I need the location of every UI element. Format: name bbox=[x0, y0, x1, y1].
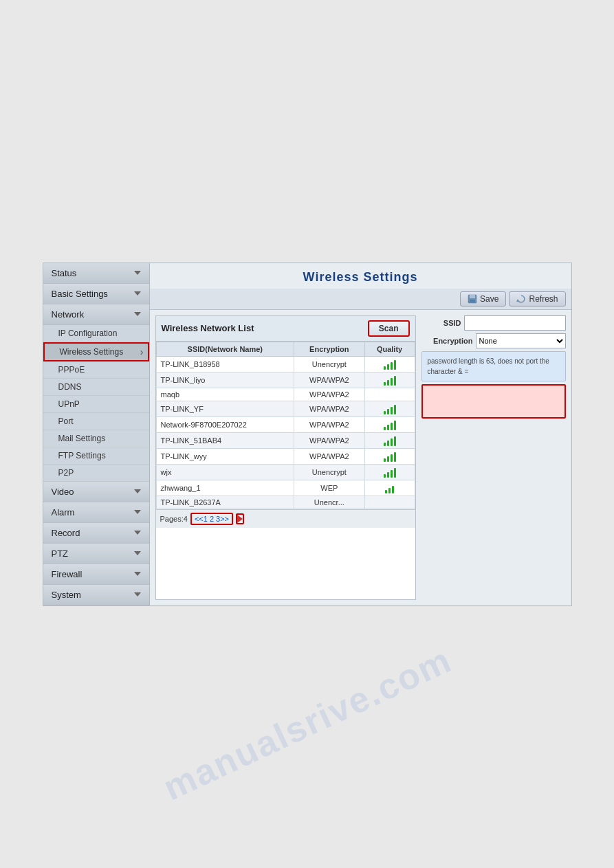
sidebar-item-pppoe[interactable]: PPPoE bbox=[43, 361, 149, 379]
sidebar-item-ddns[interactable]: DDNS bbox=[43, 379, 149, 396]
sidebar-arrow-firewall bbox=[134, 572, 141, 576]
sidebar-item-network[interactable]: Network bbox=[43, 304, 149, 325]
cell-quality bbox=[364, 480, 415, 496]
network-list-header: Wireless Network List Scan bbox=[156, 316, 415, 342]
go-arrow-icon[interactable] bbox=[237, 515, 243, 523]
sidebar-item-port[interactable]: Port bbox=[43, 413, 149, 430]
ssid-label: SSID bbox=[421, 319, 461, 327]
signal-icon bbox=[369, 359, 410, 370]
note-box: password length is 63, does not port the… bbox=[421, 351, 566, 381]
cell-encryption: WPA/WPA2 bbox=[294, 432, 364, 448]
content-area: Wireless Network List Scan SSID(Network … bbox=[150, 310, 571, 605]
signal-icon bbox=[369, 482, 410, 493]
col-quality: Quality bbox=[364, 342, 415, 356]
sidebar-item-upnp[interactable]: UPnP bbox=[43, 396, 149, 413]
cell-quality bbox=[364, 432, 415, 448]
main-content: Wireless Settings Save Refres bbox=[150, 263, 571, 605]
sidebar-item-ftp-settings[interactable]: FTP Settings bbox=[43, 447, 149, 465]
pagination-text[interactable]: <<1 2 3>> bbox=[195, 515, 229, 523]
pagination-pages: Pages:4 bbox=[160, 515, 188, 523]
table-row[interactable]: TP-LINK_B18958Unencrypt bbox=[156, 356, 415, 372]
sidebar-item-system[interactable]: System bbox=[43, 585, 149, 605]
cell-ssid: TP-LINK_wyy bbox=[156, 448, 294, 464]
cell-quality bbox=[364, 464, 415, 480]
sidebar-arrow-video bbox=[134, 489, 141, 493]
sidebar-arrow-ptz bbox=[134, 551, 141, 555]
main-container: manualsrive.com Status Basic Settings Ne… bbox=[0, 0, 614, 868]
table-row[interactable]: Network-9F8700E207022WPA/WPA2 bbox=[156, 416, 415, 432]
sidebar-record-label: Record bbox=[52, 528, 80, 538]
encryption-label: Encryption bbox=[421, 337, 473, 345]
sidebar-mail-label: Mail Settings bbox=[58, 434, 106, 443]
sidebar-item-alarm[interactable]: Alarm bbox=[43, 502, 149, 523]
sidebar-item-status[interactable]: Status bbox=[43, 263, 149, 284]
encryption-select[interactable]: None WEP WPA/WPA2 bbox=[476, 333, 566, 348]
note-text: password length is 63, does not port the… bbox=[428, 357, 549, 375]
page-title: Wireless Settings bbox=[150, 263, 571, 289]
sidebar-item-record[interactable]: Record bbox=[43, 523, 149, 544]
table-row[interactable]: TP-LINK_B2637AUnencr... bbox=[156, 496, 415, 509]
svg-rect-1 bbox=[470, 295, 475, 298]
sidebar-arrow-network bbox=[134, 312, 141, 316]
cell-ssid: TP-LINK_YF bbox=[156, 401, 294, 416]
signal-icon bbox=[369, 375, 410, 386]
cell-quality bbox=[364, 401, 415, 416]
go-button[interactable] bbox=[236, 513, 244, 524]
sidebar-item-basic-settings[interactable]: Basic Settings bbox=[43, 284, 149, 304]
cell-ssid: wjx bbox=[156, 464, 294, 480]
sidebar-arrow-record bbox=[134, 531, 141, 535]
svg-marker-3 bbox=[516, 299, 519, 302]
sidebar-item-status-label: Status bbox=[52, 268, 77, 278]
sidebar-item-ip-configuration[interactable]: IP Configuration bbox=[43, 325, 149, 342]
cell-ssid: TP-LINK_liyo bbox=[156, 372, 294, 388]
pagination-links[interactable]: <<1 2 3>> bbox=[190, 513, 233, 525]
network-list-panel: Wireless Network List Scan SSID(Network … bbox=[155, 315, 416, 600]
cell-quality bbox=[364, 372, 415, 388]
sidebar-item-firewall[interactable]: Firewall bbox=[43, 564, 149, 585]
signal-icon bbox=[369, 403, 410, 414]
ssid-input[interactable] bbox=[464, 315, 566, 331]
cell-quality bbox=[364, 388, 415, 401]
table-row[interactable]: TP-LINK_wyyWPA/WPA2 bbox=[156, 448, 415, 464]
table-row[interactable]: zhwwang_1WEP bbox=[156, 480, 415, 496]
cell-ssid: maqb bbox=[156, 388, 294, 401]
sidebar-item-p2p[interactable]: P2P bbox=[43, 465, 149, 482]
refresh-button[interactable]: Refresh bbox=[509, 291, 565, 307]
sidebar-ip-config-label: IP Configuration bbox=[58, 329, 118, 338]
cell-ssid: zhwwang_1 bbox=[156, 480, 294, 496]
sidebar-item-ptz[interactable]: PTZ bbox=[43, 544, 149, 564]
signal-icon bbox=[369, 435, 410, 446]
sidebar-ddns-label: DDNS bbox=[58, 382, 82, 392]
sidebar-item-mail-settings[interactable]: Mail Settings bbox=[43, 430, 149, 447]
sidebar-item-wireless-settings[interactable]: Wireless Settings › bbox=[43, 342, 149, 361]
cell-encryption: Unencr... bbox=[294, 496, 364, 509]
sidebar-arrow-system bbox=[134, 592, 141, 597]
toolbar: Save Refresh bbox=[150, 289, 571, 310]
table-row[interactable]: TP-LINK_liyoWPA/WPA2 bbox=[156, 372, 415, 388]
signal-icon bbox=[369, 451, 410, 462]
cell-encryption: WEP bbox=[294, 480, 364, 496]
sidebar-item-basic-settings-label: Basic Settings bbox=[52, 289, 108, 299]
cell-encryption: WPA/WPA2 bbox=[294, 401, 364, 416]
cell-quality bbox=[364, 448, 415, 464]
cell-encryption: WPA/WPA2 bbox=[294, 448, 364, 464]
cell-ssid: TP-LINK_B2637A bbox=[156, 496, 294, 509]
svg-rect-2 bbox=[470, 300, 475, 302]
table-row[interactable]: TP-LINK_YFWPA/WPA2 bbox=[156, 401, 415, 416]
table-row[interactable]: wjxUnencrypt bbox=[156, 464, 415, 480]
signal-icon bbox=[369, 419, 410, 430]
table-row[interactable]: maqbWPA/WPA2 bbox=[156, 388, 415, 401]
cell-encryption: Unencrypt bbox=[294, 356, 364, 372]
cell-encryption: Unencrypt bbox=[294, 464, 364, 480]
sidebar-item-video[interactable]: Video bbox=[43, 482, 149, 502]
sidebar-system-label: System bbox=[52, 590, 81, 600]
sidebar-arrow-basic bbox=[134, 291, 141, 296]
col-ssid: SSID(Network Name) bbox=[156, 342, 294, 356]
sidebar-arrow-alarm bbox=[134, 510, 141, 514]
sidebar-p2p-label: P2P bbox=[58, 468, 74, 478]
network-table: SSID(Network Name) Encryption Quality TP… bbox=[156, 342, 415, 509]
save-button[interactable]: Save bbox=[460, 291, 506, 307]
sidebar-firewall-label: Firewall bbox=[52, 569, 83, 579]
scan-button[interactable]: Scan bbox=[368, 320, 410, 337]
table-row[interactable]: TP-LINK_51BAB4WPA/WPA2 bbox=[156, 432, 415, 448]
